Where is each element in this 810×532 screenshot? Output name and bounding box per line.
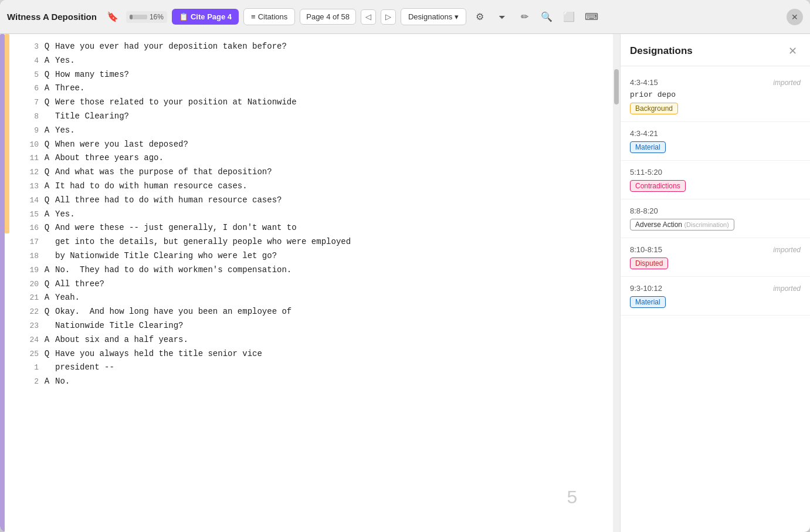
line-number: 6 [21,82,39,95]
doc-line: 18 by Nationwide Title Clearing who were… [21,249,601,263]
doc-line: 14 Q All three had to do with human reso… [21,194,601,208]
line-text: No. [55,375,601,389]
expand-button[interactable]: ⬜ [560,8,578,26]
doc-line: 6 A Three. [21,82,601,96]
line-text: About three years ago. [55,151,601,165]
scrollbar-thumb[interactable] [614,69,619,104]
line-number: 13 [21,180,39,193]
designation-item-header: 8:10-8:15 imported [630,245,801,254]
citations-button[interactable]: ≡ Citations [243,8,295,25]
doc-line: 16 Q And were these -- just generally, I… [21,221,601,235]
designation-tag[interactable]: Material [630,296,666,308]
edit-button[interactable]: ✏ [516,8,533,26]
page-label: Page 4 of 58 [306,12,350,21]
designation-item[interactable]: 4:3-4:21 Material [621,122,810,161]
settings-button[interactable]: ⚙ [471,8,489,26]
designation-item-header: 4:3-4:15 imported [630,78,801,87]
designation-range: 8:8-8:20 [630,206,658,215]
line-speaker: Q [41,277,53,292]
download-button[interactable]: ⏷ [493,8,511,26]
doc-line: 5 Q How many times? [21,68,601,82]
line-speaker: A [41,291,53,305]
progress-fill [130,15,133,19]
close-icon: ✕ [791,12,798,22]
designation-tag[interactable]: Disputed [630,257,668,269]
line-speaker: Q [41,96,53,110]
doc-line: 4 A Yes. [21,54,601,68]
designation-range: 4:3-4:15 [630,78,658,87]
progress-bar [130,15,147,19]
progress-indicator: 16% [126,11,167,23]
designation-item[interactable]: 4:3-4:15 imported prior depo Background [621,71,810,122]
designation-tag[interactable]: Background [630,103,678,114]
line-number: 15 [21,208,39,221]
designation-item-header: 8:8-8:20 [630,206,801,215]
designation-item-header: 9:3-10:12 imported [630,284,801,293]
doc-line: 15 A Yes. [21,208,601,222]
designation-range: 8:10-8:15 [630,245,662,254]
line-speaker: A [41,263,53,277]
line-text: When were you last deposed? [55,138,601,152]
designation-tag[interactable]: Material [630,141,666,153]
line-number: 21 [21,292,39,304]
doc-line: 7 Q Were those related to your position … [21,96,601,110]
toolbar: Witness A Deposition 🔖 16% 📋 Cite Page 4… [0,0,810,34]
designation-item-header: 4:3-4:21 [630,129,801,138]
line-text: Yes. [55,54,601,68]
designation-tag[interactable]: Adverse Action (Discrimination) [630,219,734,231]
line-text: Were those related to your position at N… [55,96,601,110]
line-text: get into the details, but generally peop… [55,235,601,249]
line-speaker: A [41,333,53,347]
designations-panel-title: Designations [630,45,693,57]
side-markers [0,34,9,532]
line-number: 10 [21,138,39,151]
doc-line: 23 Nationwide Title Clearing? [21,319,601,333]
designation-item[interactable]: 5:11-5:20 Contradictions [621,161,810,199]
line-text: Nationwide Title Clearing? [55,319,601,333]
line-speaker: A [41,179,53,194]
cite-page-button[interactable]: 📋 Cite Page 4 [172,9,239,25]
designation-item[interactable]: 9:3-10:12 imported Material [621,277,810,316]
designation-item[interactable]: 8:10-8:15 imported Disputed [621,238,810,277]
document-content: 3 Q Have you ever had your deposition ta… [9,34,613,532]
line-number: 17 [21,236,39,249]
chevron-down-icon: ▾ [455,12,459,21]
doc-line: 17 get into the details, but generally p… [21,235,601,249]
doc-line: 21 A Yeah. [21,291,601,305]
keyboard-button[interactable]: ⌨ [582,8,600,26]
prev-page-button[interactable]: ◁ [361,9,376,25]
search-button[interactable]: 🔍 [538,8,555,26]
designations-panel: Designations ✕ 4:3-4:15 imported prior d… [620,34,810,532]
line-speaker: Q [41,40,53,54]
doc-line: 24 A About six and a half years. [21,333,601,347]
designations-list: 4:3-4:15 imported prior depo Background … [621,66,810,532]
designation-tag[interactable]: Contradictions [630,180,686,192]
line-text: Okay. And how long have you been an empl… [55,305,601,319]
designation-item[interactable]: 8:8-8:20 Adverse Action (Discrimination) [621,199,810,238]
close-button[interactable]: ✕ [787,9,803,25]
doc-line: 12 Q And what was the purpose of that de… [21,165,601,179]
page-indicator: Page 4 of 58 [300,9,356,25]
next-page-button[interactable]: ▷ [381,9,396,25]
line-speaker: Q [41,138,53,152]
doc-line: 3 Q Have you ever had your deposition ta… [21,40,601,54]
line-text: No. They had to do with workmen's compen… [55,263,601,277]
line-text: Have you always held the title senior vi… [55,347,601,361]
doc-line: 2 A No. [21,375,601,389]
designations-close-button[interactable]: ✕ [785,43,801,59]
line-text: Yeah. [55,291,601,305]
doc-line: 1 president -- [21,361,601,375]
line-speaker: A [41,375,53,389]
bookmark-icon[interactable]: 🔖 [104,8,121,26]
line-number: 9 [21,124,39,137]
window-title: Witness A Deposition [7,12,97,22]
scrollbar-track[interactable] [613,34,620,532]
line-speaker: Q [41,194,53,208]
line-text: president -- [55,361,601,375]
designation-imported: imported [773,284,801,293]
designations-button[interactable]: Designations ▾ [401,8,466,25]
designation-item-header: 5:11-5:20 [630,168,801,177]
download-icon: ⏷ [498,12,506,22]
pencil-icon: ✏ [521,11,528,22]
app-window: Witness A Deposition 🔖 16% 📋 Cite Page 4… [0,0,810,532]
